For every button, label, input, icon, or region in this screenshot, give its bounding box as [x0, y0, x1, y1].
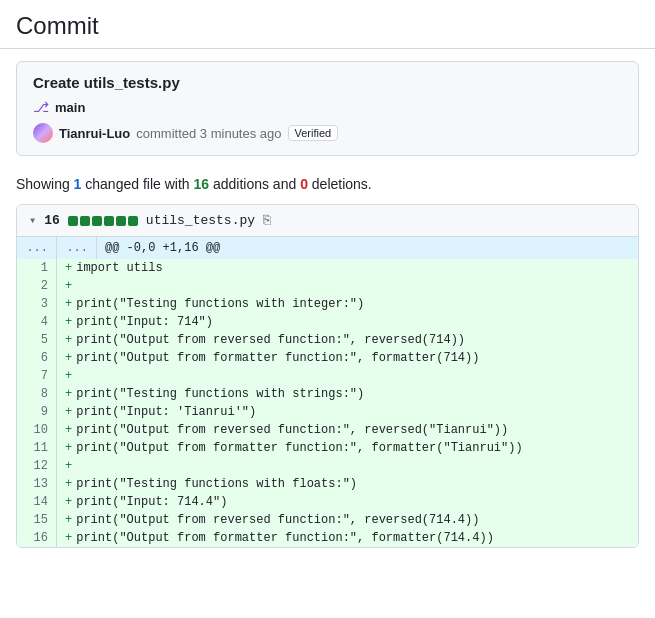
- hunk-num-right: ...: [57, 237, 97, 259]
- diff-line-content: +: [57, 457, 638, 475]
- diff-block-5: [116, 216, 126, 226]
- diff-block-1: [68, 216, 78, 226]
- diff-line-content: +: [57, 277, 638, 295]
- diff-line-content: +print("Output from formatter function:"…: [57, 439, 638, 457]
- diff-header: ▾ 16 utils_tests.py ⎘: [17, 205, 638, 237]
- additions-count: 16: [193, 176, 209, 192]
- diff-hunk-header: ... ... @@ -0,0 +1,16 @@: [17, 237, 638, 259]
- diff-line-content: +print("Output from reversed function:",…: [57, 331, 638, 349]
- diff-line: 6+print("Output from formatter function:…: [17, 349, 638, 367]
- author-name: Tianrui-Luo: [59, 126, 130, 141]
- diff-line-number: 3: [17, 295, 57, 313]
- diff-line-number: 15: [17, 511, 57, 529]
- branch-icon: ⎇: [33, 99, 49, 115]
- verified-badge: Verified: [288, 125, 339, 141]
- diff-lines: 1+import utils2+3+print("Testing functio…: [17, 259, 638, 547]
- diff-line: 7+: [17, 367, 638, 385]
- diff-toggle[interactable]: ▾: [29, 213, 36, 228]
- diff-line: 13+print("Testing functions with floats:…: [17, 475, 638, 493]
- diff-line: 2+: [17, 277, 638, 295]
- diff-line: 5+print("Output from reversed function:"…: [17, 331, 638, 349]
- diff-line-number: 11: [17, 439, 57, 457]
- diff-line-number: 1: [17, 259, 57, 277]
- diff-filename: utils_tests.py: [146, 213, 255, 228]
- page-header: Commit: [0, 0, 655, 49]
- copy-filename-icon[interactable]: ⎘: [263, 213, 271, 228]
- diff-line-number: 16: [17, 529, 57, 547]
- commit-time: committed 3 minutes ago: [136, 126, 281, 141]
- hunk-num-left: ...: [17, 237, 57, 259]
- diff-blocks: [68, 216, 138, 226]
- diff-line-number: 12: [17, 457, 57, 475]
- diff-line: 15+print("Output from reversed function:…: [17, 511, 638, 529]
- diff-line-number: 6: [17, 349, 57, 367]
- branch-row: ⎇ main: [33, 99, 622, 115]
- diff-line: 14+print("Input: 714.4"): [17, 493, 638, 511]
- diff-hunk-content: @@ -0,0 +1,16 @@: [97, 237, 638, 259]
- diff-line-number: 2: [17, 277, 57, 295]
- showing-middle1: changed file with: [81, 176, 193, 192]
- showing-middle2: additions and: [209, 176, 300, 192]
- diff-line-number: 14: [17, 493, 57, 511]
- diff-line-number: 13: [17, 475, 57, 493]
- diff-line-content: +print("Output from formatter function:"…: [57, 349, 638, 367]
- commit-message: Create utils_tests.py: [33, 74, 622, 91]
- deletions-count: 0: [300, 176, 308, 192]
- diff-line-content: +print("Testing functions with floats:"): [57, 475, 638, 493]
- diff-line-content: +print("Output from reversed function:",…: [57, 511, 638, 529]
- diff-line-number: 9: [17, 403, 57, 421]
- diff-block-6: [128, 216, 138, 226]
- diff-line: 4+print("Input: 714"): [17, 313, 638, 331]
- author-row: Tianrui-Luo committed 3 minutes ago Veri…: [33, 123, 622, 143]
- diff-block-3: [92, 216, 102, 226]
- diff-line: 3+print("Testing functions with integer:…: [17, 295, 638, 313]
- diff-line-content: +print("Input: 'Tianrui'"): [57, 403, 638, 421]
- diff-container: ▾ 16 utils_tests.py ⎘ ... ... @@ -0,0 +1…: [16, 204, 639, 548]
- diff-line-content: +print("Input: 714"): [57, 313, 638, 331]
- commit-info-box: Create utils_tests.py ⎇ main Tianrui-Luo…: [16, 61, 639, 156]
- showing-suffix: deletions.: [308, 176, 372, 192]
- avatar: [33, 123, 53, 143]
- diff-block-4: [104, 216, 114, 226]
- showing-prefix: Showing: [16, 176, 74, 192]
- diff-block-2: [80, 216, 90, 226]
- diff-line-content: +print("Testing functions with integer:"…: [57, 295, 638, 313]
- diff-line-number: 4: [17, 313, 57, 331]
- diff-line-content: +print("Input: 714.4"): [57, 493, 638, 511]
- diff-line-number: 8: [17, 385, 57, 403]
- diff-line: 10+print("Output from reversed function:…: [17, 421, 638, 439]
- diff-line-number: 10: [17, 421, 57, 439]
- diff-line: 16+print("Output from formatter function…: [17, 529, 638, 547]
- diff-line-content: +print("Testing functions with strings:"…: [57, 385, 638, 403]
- diff-line-content: +: [57, 367, 638, 385]
- diff-line: 12+: [17, 457, 638, 475]
- showing-summary: Showing 1 changed file with 16 additions…: [0, 168, 655, 204]
- diff-line: 11+print("Output from formatter function…: [17, 439, 638, 457]
- diff-line: 1+import utils: [17, 259, 638, 277]
- diff-line-content: +print("Output from reversed function:",…: [57, 421, 638, 439]
- diff-line-number: 7: [17, 367, 57, 385]
- diff-line-number: 5: [17, 331, 57, 349]
- diff-line-content: +print("Output from formatter function:"…: [57, 529, 638, 547]
- diff-line: 9+print("Input: 'Tianrui'"): [17, 403, 638, 421]
- page-title: Commit: [16, 12, 639, 40]
- diff-line-content: +import utils: [57, 259, 638, 277]
- diff-line-count: 16: [44, 213, 60, 228]
- branch-name: main: [55, 100, 85, 115]
- diff-line: 8+print("Testing functions with strings:…: [17, 385, 638, 403]
